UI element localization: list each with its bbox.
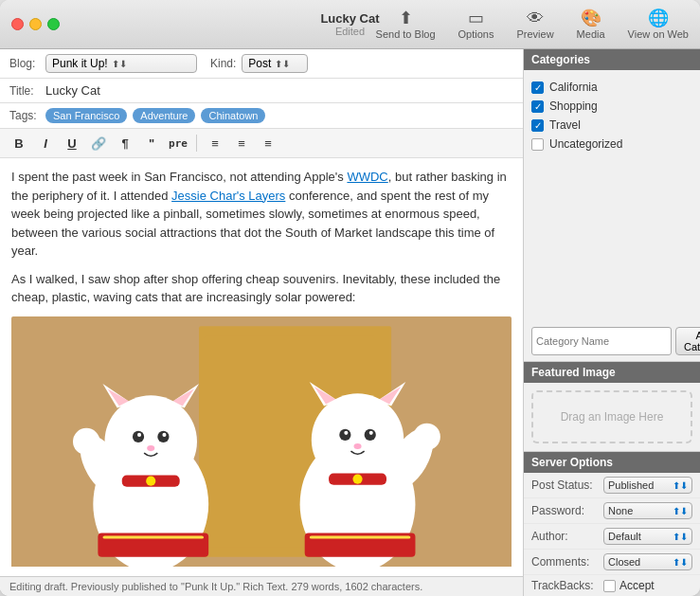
eye-icon: 👁 bbox=[527, 9, 544, 27]
sidebar: Categories ✓ California ✓ Shopping ✓ Tra… bbox=[524, 49, 700, 596]
comments-label: Comments: bbox=[531, 555, 600, 569]
author-label: Author: bbox=[531, 530, 600, 543]
blog-arrow-icon: ⬆⬇ bbox=[112, 59, 127, 69]
comments-arrow-icon: ⬆⬇ bbox=[673, 557, 688, 568]
categories-list: ✓ California ✓ Shopping ✓ Travel Uncateg… bbox=[524, 70, 700, 161]
options-button[interactable]: ▭ Options bbox=[458, 9, 494, 40]
app-window: Lucky Cat Edited ⬆ Send to Blog ▭ Option… bbox=[0, 0, 700, 596]
password-arrow-icon: ⬆⬇ bbox=[673, 506, 688, 516]
bold-button[interactable]: B bbox=[8, 133, 30, 154]
window-title: Lucky Cat bbox=[320, 11, 379, 26]
svg-point-25 bbox=[339, 428, 350, 440]
svg-point-26 bbox=[365, 428, 376, 440]
category-travel[interactable]: ✓ Travel bbox=[531, 116, 692, 135]
window-title-section: Lucky Cat Edited bbox=[320, 11, 379, 37]
category-uncategorized[interactable]: Uncategorized bbox=[531, 135, 692, 154]
media-icon: 🎨 bbox=[581, 9, 601, 27]
kind-arrow-icon: ⬆⬇ bbox=[275, 59, 290, 69]
svg-point-27 bbox=[344, 430, 348, 434]
send-to-blog-button[interactable]: ⬆ Send to Blog bbox=[376, 9, 436, 40]
options-icon: ▭ bbox=[468, 9, 484, 27]
format-toolbar: B I U 🔗 ¶ " pre ≡ ≡ ≡ bbox=[0, 129, 523, 158]
italic-button[interactable]: I bbox=[34, 133, 57, 154]
align-center-button[interactable]: ≡ bbox=[230, 133, 253, 154]
tag-adventure[interactable]: Adventure bbox=[133, 108, 195, 123]
editor-paragraph-2: As I walked, I saw shop after shop offer… bbox=[11, 270, 512, 307]
featured-image-title: Featured Image bbox=[524, 362, 700, 383]
svg-point-33 bbox=[352, 474, 362, 483]
status-text: Editing draft. Previously published to "… bbox=[9, 581, 422, 592]
password-select[interactable]: None ⬆⬇ bbox=[603, 502, 692, 519]
post-status-select[interactable]: Published ⬆⬇ bbox=[603, 477, 692, 494]
title-bar: Lucky Cat Edited ⬆ Send to Blog ▭ Option… bbox=[0, 0, 700, 49]
accept-label[interactable]: Accept bbox=[603, 579, 655, 592]
drag-image-text: Drag an Image Here bbox=[561, 410, 664, 424]
blog-label: Blog: bbox=[9, 57, 40, 70]
drag-image-box[interactable]: Drag an Image Here bbox=[531, 390, 692, 443]
shopping-checkbox[interactable]: ✓ bbox=[531, 100, 544, 113]
california-checkbox[interactable]: ✓ bbox=[531, 81, 544, 94]
title-input[interactable] bbox=[45, 83, 513, 98]
add-category-button[interactable]: Add Category bbox=[675, 327, 700, 355]
kind-select[interactable]: Post ⬆⬇ bbox=[242, 54, 308, 73]
preview-button[interactable]: 👁 Preview bbox=[516, 9, 553, 40]
kind-value: Post bbox=[248, 57, 271, 70]
tags-row: Tags: San Francisco Adventure Chinatown bbox=[0, 103, 523, 129]
svg-point-14 bbox=[147, 445, 154, 451]
web-icon: 🌐 bbox=[648, 9, 669, 27]
svg-point-11 bbox=[157, 430, 169, 442]
kind-label: Kind: bbox=[210, 57, 236, 70]
view-on-web-label: View on Web bbox=[628, 28, 689, 40]
toolbar-separator bbox=[196, 135, 197, 152]
align-right-button[interactable]: ≡ bbox=[257, 133, 279, 154]
shopping-label: Shopping bbox=[549, 99, 598, 113]
blog-select[interactable]: Punk it Up! ⬆⬇ bbox=[45, 54, 197, 73]
wwdc-link[interactable]: WWDC bbox=[347, 170, 387, 184]
comments-select[interactable]: Closed ⬆⬇ bbox=[603, 553, 692, 570]
align-left-button[interactable]: ≡ bbox=[204, 133, 226, 154]
jessie-link[interactable]: Jessie Char's Layers bbox=[171, 189, 285, 203]
category-name-input[interactable] bbox=[531, 327, 672, 355]
author-value: Default bbox=[608, 531, 641, 542]
fullscreen-button[interactable] bbox=[47, 18, 60, 30]
accept-text: Accept bbox=[619, 579, 655, 592]
toolbar: ⬆ Send to Blog ▭ Options 👁 Preview 🎨 Med… bbox=[376, 9, 689, 40]
code-button[interactable]: pre bbox=[167, 133, 189, 154]
tag-chinatown[interactable]: Chinatown bbox=[201, 108, 265, 123]
cat-image-svg bbox=[11, 316, 512, 567]
close-button[interactable] bbox=[11, 18, 24, 30]
editor-pane: Blog: Punk it Up! ⬆⬇ Kind: Post ⬆⬇ Title… bbox=[0, 49, 524, 596]
media-button[interactable]: 🎨 Media bbox=[577, 9, 605, 40]
author-select[interactable]: Default ⬆⬇ bbox=[603, 528, 692, 545]
post-status-value: Published bbox=[608, 479, 654, 491]
comments-row: Comments: Closed ⬆⬇ bbox=[524, 550, 700, 575]
categories-section-title: Categories bbox=[524, 49, 700, 70]
main-content: Blog: Punk it Up! ⬆⬇ Kind: Post ⬆⬇ Title… bbox=[0, 49, 700, 596]
server-options-section: Server Options Post Status: Published ⬆⬇… bbox=[524, 451, 700, 596]
link-button[interactable]: 🔗 bbox=[87, 133, 110, 154]
minimize-button[interactable] bbox=[29, 18, 42, 30]
underline-button[interactable]: U bbox=[61, 133, 83, 154]
editor-area[interactable]: I spent the past week in San Francisco, … bbox=[0, 158, 523, 576]
trackbacks-row: TrackBacks: Accept bbox=[524, 575, 700, 596]
send-to-blog-label: Send to Blog bbox=[376, 28, 436, 40]
california-label: California bbox=[549, 81, 598, 94]
category-shopping[interactable]: ✓ Shopping bbox=[531, 97, 692, 116]
accept-checkbox[interactable] bbox=[603, 580, 616, 592]
password-row: Password: None ⬆⬇ bbox=[524, 498, 700, 524]
svg-point-10 bbox=[133, 430, 144, 442]
window-subtitle: Edited bbox=[320, 26, 379, 37]
tag-san-francisco[interactable]: San Francisco bbox=[45, 108, 127, 123]
author-arrow-icon: ⬆⬇ bbox=[673, 532, 688, 542]
view-on-web-button[interactable]: 🌐 View on Web bbox=[628, 9, 689, 40]
password-value: None bbox=[608, 505, 633, 516]
options-label: Options bbox=[458, 28, 494, 40]
blockquote-button[interactable]: " bbox=[140, 133, 163, 154]
paragraph-button[interactable]: ¶ bbox=[114, 133, 136, 154]
travel-checkbox[interactable]: ✓ bbox=[531, 119, 544, 132]
post-status-row: Post Status: Published ⬆⬇ bbox=[524, 473, 700, 498]
password-label: Password: bbox=[531, 504, 600, 517]
tags-label: Tags: bbox=[9, 109, 40, 122]
uncategorized-checkbox[interactable] bbox=[531, 138, 544, 151]
category-california[interactable]: ✓ California bbox=[531, 78, 692, 97]
